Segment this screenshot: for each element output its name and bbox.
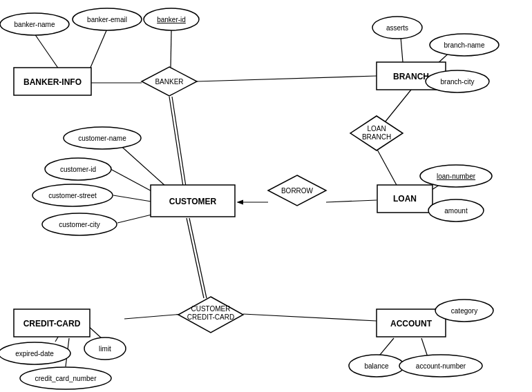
entity-loan-label: LOAN <box>393 194 417 204</box>
attr-banker-name-label: banker-name <box>15 21 55 28</box>
entity-account-label: ACCOUNT <box>390 319 433 329</box>
attr-amount-label: amount <box>444 207 468 215</box>
attr-customer-city-label: customer-city <box>59 221 99 228</box>
svg-line-8 <box>187 218 204 298</box>
attr-balance-label: balance <box>364 362 388 370</box>
svg-line-12 <box>35 34 59 69</box>
svg-line-13 <box>90 29 107 69</box>
attr-loan-number-label: loan-number <box>437 173 476 180</box>
svg-line-3 <box>172 97 186 186</box>
svg-line-5 <box>326 200 377 202</box>
attr-banker-email-label: banker-email <box>87 16 127 23</box>
attr-customer-id-label: customer-id <box>60 166 96 173</box>
attr-limit-label: limit <box>99 345 111 353</box>
attr-asserts-label: asserts <box>386 24 408 32</box>
attr-credit-card-number-label: credit_card_number <box>35 375 97 382</box>
attr-banker-id-label: banker-id <box>157 16 186 23</box>
svg-line-11 <box>243 314 377 321</box>
attr-branch-city-label: branch-city <box>441 78 475 86</box>
rel-borrow-label: BORROW <box>281 187 314 195</box>
svg-line-1 <box>197 76 377 81</box>
rel-cust-cc-label2: CREDIT-CARD <box>187 313 234 321</box>
er-diagram: BANKER-INFO BRANCH CUSTOMER LOAN CREDIT-… <box>0 0 532 392</box>
svg-line-9 <box>189 218 207 298</box>
svg-line-20 <box>113 195 155 202</box>
svg-line-18 <box>117 143 166 186</box>
attr-account-number-label: account-number <box>416 362 466 370</box>
attr-expired-date-label: expired-date <box>15 350 54 357</box>
entity-branch-label: BRANCH <box>393 72 429 81</box>
attr-customer-name-label: customer-name <box>78 135 126 142</box>
rel-cust-cc-label1: CUSTOMER <box>191 305 230 313</box>
attr-customer-street-label: customer-street <box>48 192 97 199</box>
attr-branch-name-label: branch-name <box>444 41 485 49</box>
svg-line-10 <box>124 314 183 319</box>
svg-line-19 <box>111 169 155 193</box>
entity-credit-card-label: CREDIT-CARD <box>23 319 81 329</box>
rel-loan-branch-label1: LOAN <box>367 125 386 133</box>
svg-line-2 <box>169 97 183 186</box>
attr-category-label: category <box>451 307 477 315</box>
entity-customer-label: CUSTOMER <box>169 197 217 206</box>
entity-banker-info-label: BANKER-INFO <box>23 77 82 87</box>
svg-line-15 <box>401 37 403 62</box>
svg-line-7 <box>377 148 397 186</box>
rel-loan-branch-label2: BRANCH <box>362 133 391 141</box>
svg-line-14 <box>171 30 171 67</box>
rel-banker-label: BANKER <box>155 78 183 86</box>
